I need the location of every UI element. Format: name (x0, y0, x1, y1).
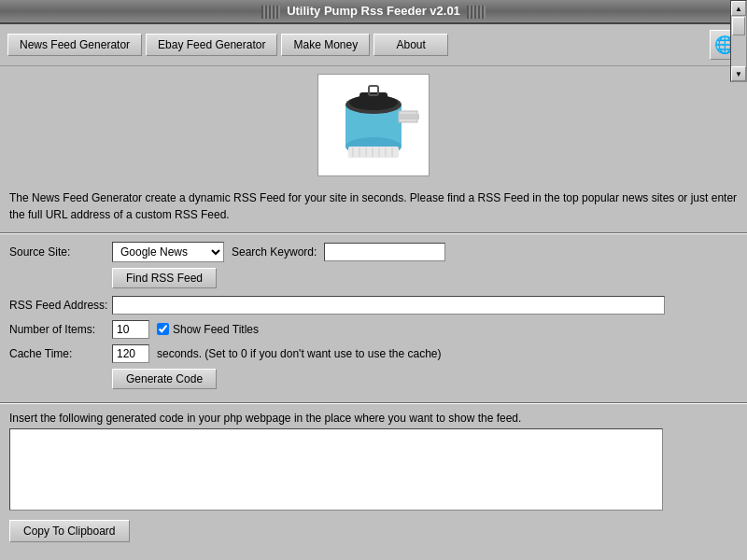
image-area (0, 66, 747, 184)
generated-textarea[interactable] (9, 428, 663, 511)
num-items-row: Number of Items: Show Feed Titles (9, 320, 738, 339)
generated-textarea-container: ▲ ▼ (9, 428, 738, 511)
make-money-button[interactable]: Make Money (281, 34, 370, 56)
generated-section: Insert the following generated code in y… (0, 408, 747, 514)
ebay-feed-button[interactable]: Ebay Feed Generator (146, 34, 277, 56)
form-area: Source Site: Google News Yahoo News BBC … (0, 238, 747, 399)
cache-time-label: Cache Time: (9, 347, 112, 360)
cache-hint-text: seconds. (Set to 0 if you don't want use… (157, 347, 441, 360)
find-rss-row: Find RSS Feed (112, 268, 738, 288)
generate-row: Generate Code (9, 369, 738, 389)
description-text: The News Feed Generator create a dynamic… (9, 191, 737, 221)
num-items-label: Number of Items: (9, 323, 112, 336)
scrollbar-down-button[interactable]: ▼ (731, 66, 746, 81)
copy-to-clipboard-button[interactable]: Copy To Clipboard (9, 520, 130, 542)
rss-address-label: RSS Feed Address: (9, 299, 112, 312)
svg-rect-7 (399, 114, 419, 119)
source-site-select[interactable]: Google News Yahoo News BBC News Reuters (112, 242, 224, 262)
source-site-row: Source Site: Google News Yahoo News BBC … (9, 242, 738, 262)
pump-image (317, 74, 430, 176)
scrollbar-up-button[interactable]: ▲ (731, 1, 746, 16)
rss-address-input[interactable] (112, 296, 665, 315)
bottom-bar: Copy To Clipboard (0, 514, 747, 548)
description: The News Feed Generator create a dynamic… (0, 184, 747, 229)
separator-1 (0, 232, 747, 234)
find-rss-button[interactable]: Find RSS Feed (112, 268, 217, 288)
title-bar: Utility Pump Rss Feeder v2.01 (0, 0, 747, 24)
scrollbar-thumb[interactable] (732, 17, 745, 35)
show-titles-checkbox[interactable] (157, 323, 169, 335)
pump-svg (322, 78, 425, 172)
show-titles-label: Show Feed Titles (157, 323, 259, 336)
source-site-label: Source Site: (9, 245, 112, 259)
source-site-controls: Google News Yahoo News BBC News Reuters … (112, 242, 445, 262)
generated-label: Insert the following generated code in y… (9, 412, 738, 425)
title-text: Utility Pump Rss Feeder v2.01 (287, 4, 460, 18)
cache-time-input[interactable] (112, 344, 149, 363)
scrollbar-track: ▲ ▼ (730, 0, 747, 82)
toolbar: News Feed Generator Ebay Feed Generator … (0, 24, 747, 66)
separator-2 (0, 402, 747, 404)
num-items-input[interactable] (112, 320, 149, 339)
about-button[interactable]: About (374, 34, 448, 56)
cache-time-row: Cache Time: seconds. (Set to 0 if you do… (9, 344, 738, 363)
show-titles-text: Show Feed Titles (173, 323, 259, 336)
news-feed-button[interactable]: News Feed Generator (7, 34, 142, 56)
search-keyword-label: Search Keyword: (232, 245, 317, 259)
svg-rect-8 (348, 147, 399, 158)
generate-button[interactable]: Generate Code (112, 369, 217, 389)
search-keyword-input[interactable] (324, 243, 445, 261)
rss-address-row: RSS Feed Address: (9, 296, 738, 315)
